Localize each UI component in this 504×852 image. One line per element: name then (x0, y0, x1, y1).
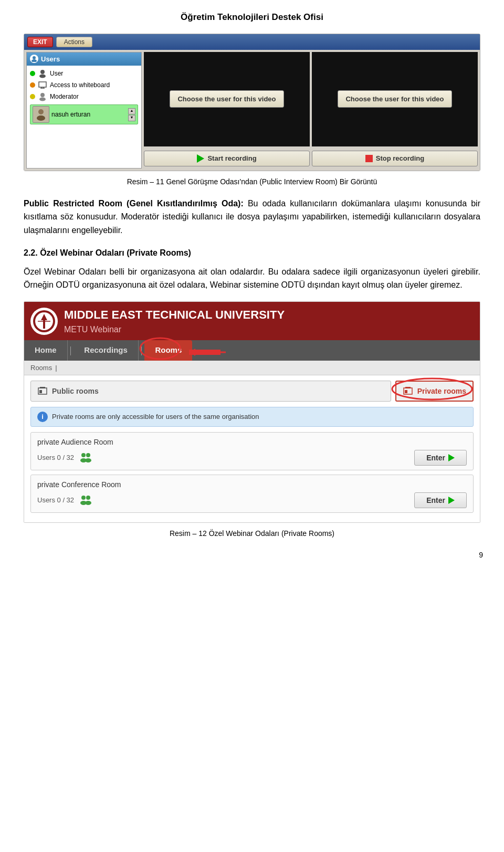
private-rooms-button[interactable]: Private rooms (395, 381, 474, 402)
nav-home[interactable]: Home (24, 340, 68, 361)
actions-button[interactable]: Actions (56, 37, 92, 47)
public-rooms-label: Public rooms (52, 387, 99, 395)
svg-point-29 (86, 453, 90, 457)
svg-point-34 (85, 501, 91, 505)
room2-users-icon (78, 493, 93, 508)
page-title: Öğretim Teknolojileri Destek Ofisi (21, 10, 483, 24)
stop-recording-label: Stop recording (376, 154, 424, 162)
body-text-1: Public Restricted Room (Genel Kısıtlandı… (24, 197, 480, 237)
metu-university-name: MIDDLE EAST TECHNICAL UNIVERSITY (64, 306, 285, 323)
svg-point-10 (38, 109, 44, 114)
room-list-item-2: private Conference Room Users 0 / 32 Ent… (30, 475, 474, 513)
room1-users: Users 0 / 32 (37, 450, 409, 465)
users-header-icon (30, 55, 38, 63)
svg-rect-4 (39, 82, 46, 87)
moderator-icon (38, 92, 47, 101)
screenshot1-container: EXIT Actions Users (24, 34, 480, 171)
caption1: Resim – 11 Genel Görüşme Odası'ndan (Pub… (24, 176, 480, 187)
users-panel: Users User (26, 52, 142, 169)
section-22-text: Özel Webinar Odaları belli bir organizas… (24, 265, 480, 292)
room-list-item-1: private Audience Room Users 0 / 32 Enter (30, 432, 474, 470)
room2-name: private Conference Room (37, 479, 467, 490)
svg-point-0 (33, 56, 36, 59)
private-rooms-arrow-annotation (476, 383, 480, 420)
room1-enter-button[interactable]: Enter (414, 450, 467, 466)
user-avatar (33, 106, 49, 123)
avatar-figure-icon (35, 108, 47, 121)
room2-users: Users 0 / 32 (37, 493, 409, 508)
nav-rooms-wrap: Rooms (144, 340, 192, 361)
private-rooms-label: Private rooms (417, 387, 466, 395)
user-item-whiteboard: Access to whiteboard (30, 79, 138, 91)
users-panel-header: Users (27, 52, 141, 66)
page-number: 9 (21, 550, 483, 561)
metu-app-name: METU Webinar (64, 323, 285, 336)
svg-point-9 (39, 98, 46, 101)
user-icon (38, 69, 47, 78)
svg-point-8 (40, 93, 45, 97)
room1-enter-label: Enter (426, 454, 445, 462)
metu-logo-svg (33, 310, 56, 333)
svg-point-33 (86, 496, 90, 500)
status-dot-yellow (30, 94, 35, 99)
room2-enter-label: Enter (426, 496, 445, 504)
room1-users-icon (78, 450, 93, 465)
user-item-user: User (30, 68, 138, 79)
user-label: User (50, 69, 63, 78)
user-item-moderator: Moderator (30, 91, 138, 102)
person-icon (31, 56, 37, 62)
video-row: Choose the user for this video Choose th… (144, 52, 478, 146)
start-recording-label: Start recording (207, 154, 256, 162)
selected-user-name: nasuh erturan (51, 110, 126, 119)
selected-user-row[interactable]: nasuh erturan ▲ ▼ (30, 104, 138, 124)
breadcrumb-rooms: Rooms (30, 363, 52, 373)
svg-rect-23 (405, 387, 411, 388)
section-22-heading: 2.2. Özel Webinar Odaları (Private Rooms… (24, 246, 480, 260)
enter-arrow-icon-2 (448, 497, 455, 504)
nav-rooms[interactable]: Rooms (144, 340, 192, 361)
nav-recordings[interactable]: Recordings (74, 340, 139, 361)
info-bar: i Private rooms are only accessible for … (30, 407, 474, 427)
scroll-down-btn[interactable]: ▼ (128, 115, 135, 121)
play-icon (197, 154, 204, 163)
metu-content: Public rooms Private rooms (24, 375, 480, 522)
rooms-row: Public rooms Private rooms (30, 381, 474, 402)
svg-point-2 (40, 70, 45, 74)
metu-logo (30, 308, 58, 335)
private-rooms-wrap: Private rooms (395, 381, 474, 402)
room2-users-text: Users 0 / 32 (37, 495, 74, 506)
metu-breadcrumb: Rooms | (24, 361, 480, 376)
window-titlebar: EXIT Actions (24, 34, 480, 50)
public-rooms-icon (37, 386, 48, 396)
svg-rect-20 (40, 387, 45, 388)
stop-recording-button[interactable]: Stop recording (312, 151, 478, 166)
status-dot-green (30, 71, 35, 76)
scroll-up-btn[interactable]: ▲ (128, 108, 135, 114)
scroll-buttons: ▲ ▼ (128, 108, 135, 121)
users-label: Users (41, 54, 60, 65)
svg-point-30 (85, 458, 91, 462)
private-rooms-icon (403, 386, 413, 396)
svg-point-3 (39, 75, 46, 78)
nav-sep-2: | (139, 343, 145, 357)
enter-arrow-icon-1 (448, 454, 455, 461)
moderator-label: Moderator (50, 92, 79, 101)
video-panels: Choose the user for this video Choose th… (144, 52, 478, 169)
video-cell-left: Choose the user for this video (144, 52, 310, 146)
room1-users-text: Users 0 / 32 (37, 453, 74, 463)
room1-name: private Audience Room (37, 437, 467, 448)
start-recording-button[interactable]: Start recording (144, 151, 310, 166)
public-rooms-button[interactable]: Public rooms (30, 381, 391, 402)
users-list: User Access to whiteboard (27, 66, 141, 127)
exit-button[interactable]: EXIT (27, 37, 53, 47)
body-heading-1: Public Restricted Room (Genel Kısıtlandı… (24, 199, 244, 208)
info-icon: i (37, 412, 48, 422)
metu-header: MIDDLE EAST TECHNICAL UNIVERSITY METU We… (24, 302, 480, 340)
choose-user-btn-left[interactable]: Choose the user for this video (170, 90, 284, 108)
svg-point-11 (37, 115, 45, 121)
body-text-2: 2.2. Özel Webinar Odaları (Private Rooms… (24, 246, 480, 292)
screenshot2-container: MIDDLE EAST TECHNICAL UNIVERSITY METU We… (24, 301, 480, 523)
room2-enter-button[interactable]: Enter (414, 492, 467, 508)
choose-user-btn-right[interactable]: Choose the user for this video (338, 90, 452, 108)
whiteboard-icon (38, 80, 47, 90)
